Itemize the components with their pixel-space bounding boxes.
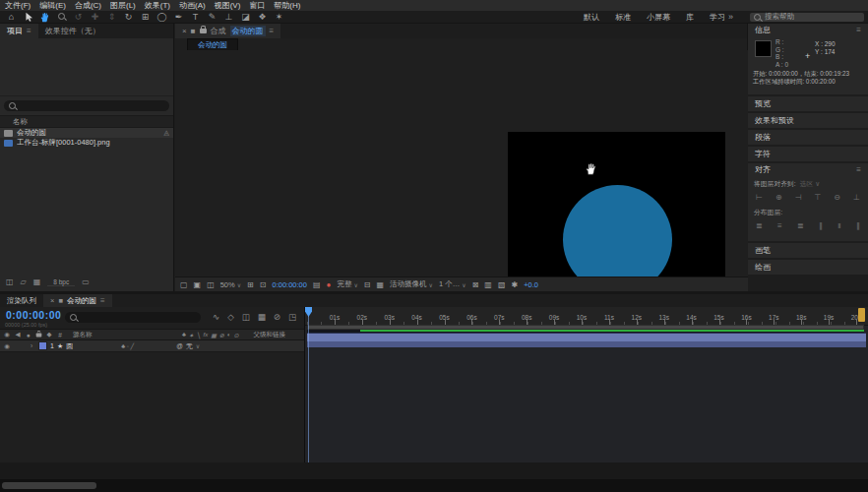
menu-item[interactable]: 视图(V) — [215, 0, 241, 11]
brush-tool-icon[interactable]: ✎ — [207, 11, 217, 24]
3d-col-icon[interactable]: ⊙ — [233, 332, 238, 338]
exposure-value[interactable]: +0.0 — [524, 280, 538, 289]
tab-composition[interactable]: × ■ 合成 会动的圆 ≡ — [175, 24, 280, 38]
collapse-col-icon[interactable]: ✶ — [189, 332, 194, 338]
view-layout-select[interactable]: 1 个… ∨ — [439, 279, 466, 289]
lock-icon[interactable] — [200, 29, 207, 33]
align-vcenter-icon[interactable]: ⊖ — [834, 193, 840, 202]
align-bottom-icon[interactable]: ⊥ — [853, 193, 860, 202]
draft-3d-icon[interactable]: ◇ — [227, 312, 234, 322]
frame-blending-icon[interactable]: ▦ — [258, 312, 266, 322]
current-timecode[interactable]: 0:00:00:00 — [6, 309, 61, 321]
panel-menu-icon[interactable]: ≡ — [856, 26, 861, 34]
source-name-header[interactable]: 源名称 — [73, 331, 93, 339]
label-column-icon[interactable]: ◆ — [45, 331, 53, 338]
distribute-bottom-icon[interactable]: ≣ — [797, 221, 804, 230]
eraser-tool-icon[interactable]: ◪ — [240, 11, 251, 24]
pan-behind-tool-icon[interactable]: ⊞ — [140, 11, 151, 24]
align-to-select[interactable]: 选区 ∨ — [800, 179, 820, 189]
new-composition-icon[interactable]: ▦ — [33, 277, 41, 286]
trash-icon[interactable]: ▭ — [82, 277, 90, 286]
project-item[interactable]: 工作台-标牌[0001-0480].png — [0, 138, 173, 148]
dolly-tool-icon[interactable]: ⇕ — [106, 11, 117, 24]
blue-circle-shape[interactable] — [563, 185, 672, 277]
distribute-vcenter-icon[interactable]: ≡ — [777, 221, 782, 230]
menu-item[interactable]: 编辑(E) — [39, 0, 66, 11]
align-panel-header[interactable]: 对齐 ≡ — [748, 163, 868, 176]
mask-visibility-icon[interactable]: ⊡ — [260, 280, 267, 289]
show-channel-icon[interactable]: ● — [327, 280, 332, 289]
composition-flowchart-icon[interactable]: ∿ — [213, 312, 219, 322]
info-panel-header[interactable]: 信息 ≡ — [748, 24, 868, 36]
camera-select[interactable]: 活动摄像机 ∨ — [390, 279, 433, 289]
magnification-select[interactable]: 50% ∨ — [220, 280, 241, 289]
composition-frame[interactable] — [508, 132, 725, 277]
roto-brush-tool-icon[interactable]: ❖ — [257, 11, 268, 24]
align-hcenter-icon[interactable]: ⊕ — [775, 193, 782, 202]
scrollbar-thumb[interactable] — [2, 482, 96, 489]
pan-camera-tool-icon[interactable]: ✚ — [90, 11, 100, 24]
flowchart-jump-icon[interactable]: ▧ — [498, 280, 506, 289]
choose-grid-icon[interactable]: ⊞ — [247, 280, 254, 289]
mini-flowchart-icon[interactable]: ▣ — [194, 280, 202, 289]
pixel-aspect-icon[interactable]: ⊠ — [472, 280, 479, 289]
puppet-pin-tool-icon[interactable]: ✶ — [274, 11, 284, 24]
panel-menu-icon[interactable]: ≡ — [27, 27, 31, 35]
workspace-tab[interactable]: 库 — [686, 12, 694, 23]
menu-item[interactable]: 窗口 — [249, 0, 265, 11]
tab-timeline-comp[interactable]: × ■ 会动的圆 ≡ — [43, 294, 112, 307]
collapsed-panel-header[interactable]: 字符 — [748, 147, 868, 161]
distribute-hcenter-icon[interactable]: ‖ — [837, 221, 840, 230]
collapsed-panel-header[interactable]: 画笔 — [748, 243, 868, 258]
layer-switches-icons[interactable]: ♣ ◦ ╱ — [121, 342, 134, 349]
distribute-right-icon[interactable]: ∥ — [856, 221, 860, 230]
project-search-input[interactable] — [4, 100, 169, 111]
close-icon[interactable]: × — [182, 27, 187, 35]
shape-tool-icon[interactable]: ◯ — [156, 11, 167, 24]
layer-expander-icon[interactable]: › — [28, 342, 35, 349]
clone-stamp-tool-icon[interactable]: ⊥ — [223, 11, 234, 24]
transparency-grid-icon[interactable]: ▦ — [376, 280, 384, 289]
menu-item[interactable]: 动画(A) — [179, 0, 206, 11]
distribute-top-icon[interactable]: ≣ — [756, 221, 763, 230]
timeline-search-input[interactable] — [65, 312, 201, 323]
exposure-gear-icon[interactable]: ✱ — [511, 280, 518, 289]
close-icon[interactable]: × — [50, 296, 54, 305]
layer-label-swatch[interactable] — [38, 341, 47, 350]
navigator-end-handle[interactable] — [858, 308, 865, 322]
project-item[interactable]: 会动的圆 ◬ — [0, 128, 173, 138]
tab-effect-controls[interactable]: 效果控件（无） — [38, 24, 107, 38]
home-icon[interactable]: ⌂ — [6, 11, 17, 24]
motion-blur-col-icon[interactable]: ⊘ — [219, 332, 224, 338]
video-column-icon[interactable]: ◉ — [3, 331, 11, 338]
workspace-overflow-icon[interactable]: » — [725, 11, 736, 24]
selection-tool-icon[interactable] — [23, 12, 33, 23]
workspace-tab[interactable]: 默认 — [584, 12, 599, 23]
index-column-icon[interactable]: # — [56, 332, 64, 338]
color-depth-button[interactable]: 8 bpc — [47, 278, 75, 286]
tab-project[interactable]: 项目 ≡ — [0, 24, 38, 38]
lock-column-icon[interactable] — [36, 333, 42, 337]
distribute-left-icon[interactable]: ∥ — [819, 221, 823, 230]
new-folder-icon[interactable]: ▱ — [21, 277, 27, 286]
project-name-column-header[interactable]: 名称 — [0, 115, 173, 128]
zoom-tool-icon[interactable] — [56, 11, 67, 24]
collapsed-panel-header[interactable]: 段落 — [748, 130, 868, 145]
orbit-tool-icon[interactable]: ↺ — [73, 11, 84, 24]
menu-item[interactable]: 效果(T) — [145, 0, 170, 11]
align-top-icon[interactable]: ⊤ — [814, 193, 821, 202]
workspace-tab[interactable]: 学习 — [710, 12, 725, 23]
layer-visibility-icon[interactable]: ◉ — [3, 342, 11, 350]
interpret-footage-icon[interactable]: ◫ — [6, 277, 14, 286]
menu-item[interactable]: 图层(L) — [110, 0, 136, 11]
snapshot-icon[interactable]: ▤ — [313, 280, 321, 289]
graph-editor-icon[interactable]: ◳ — [288, 312, 296, 322]
align-left-icon[interactable]: ⊢ — [756, 193, 763, 202]
tab-render-queue[interactable]: 渲染队列 — [0, 294, 43, 307]
time-ruler[interactable]: 01s 02s 03s — [305, 307, 868, 326]
3d-glasses-icon[interactable]: ◫ — [207, 280, 215, 289]
preview-timecode[interactable]: 0:00:00:00 — [273, 280, 307, 289]
menu-item[interactable]: 文件(F) — [5, 0, 31, 11]
pen-tool-icon[interactable]: ✒ — [173, 11, 184, 24]
adjustment-col-icon[interactable]: ◐ — [227, 332, 231, 338]
